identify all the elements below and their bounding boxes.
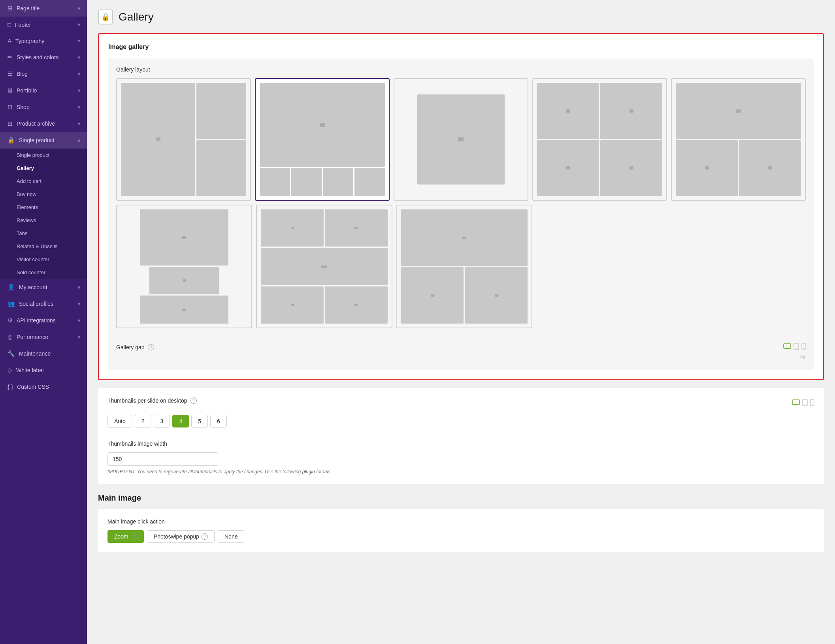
svg-rect-12 bbox=[182, 236, 186, 239]
sidebar-label-portfolio: Portfolio bbox=[17, 87, 37, 94]
sidebar-sub-sold-counter[interactable]: Sold counter bbox=[0, 266, 87, 279]
sidebar-item-custom-css[interactable]: { } Custom CSS bbox=[0, 378, 87, 395]
svg-point-36 bbox=[812, 405, 813, 405]
sidebar-item-footer[interactable]: □ Footer ∨ bbox=[0, 17, 87, 33]
maintenance-icon: 🔧 bbox=[8, 350, 15, 357]
tablet-icon-2[interactable] bbox=[802, 399, 808, 408]
sidebar-item-my-account[interactable]: 👤 My account ∨ bbox=[0, 279, 87, 296]
mobile-icon-2[interactable] bbox=[810, 399, 814, 408]
mobile-icon[interactable] bbox=[801, 343, 806, 352]
px-label: PX bbox=[799, 355, 806, 360]
sidebar-label-footer: Footer bbox=[15, 22, 31, 28]
svg-rect-30 bbox=[792, 400, 799, 405]
product-archive-icon: ⊟ bbox=[8, 120, 13, 127]
thumb-info-text: IMPORTANT: You need to regenerate all th… bbox=[107, 469, 814, 475]
thumbnails-help-icon[interactable]: ? bbox=[190, 397, 197, 404]
sidebar-sub-related-upsells[interactable]: Related & Upsells bbox=[0, 240, 87, 253]
desktop-icon-2[interactable] bbox=[792, 399, 800, 407]
chevron-down-icon: ∨ bbox=[77, 55, 81, 60]
sidebar-item-single-product[interactable]: 🔒 Single product ∧ bbox=[0, 132, 87, 149]
sidebar-sub-visitor-counter[interactable]: Visitor counter bbox=[0, 253, 87, 266]
gallery-layout-option-6[interactable] bbox=[116, 205, 252, 328]
sidebar-item-maintenance[interactable]: 🔧 Maintenance bbox=[0, 345, 87, 362]
svg-rect-18 bbox=[291, 304, 294, 306]
thumb-width-input[interactable] bbox=[107, 452, 218, 466]
svg-rect-11 bbox=[768, 166, 772, 169]
page-header: 🔒 Gallery bbox=[98, 9, 824, 24]
chevron-down-icon: ∨ bbox=[77, 38, 81, 43]
svg-rect-5 bbox=[566, 109, 570, 113]
sidebar-item-portfolio[interactable]: ⊠ Portfolio ∨ bbox=[0, 82, 87, 99]
gallery-layout-option-2[interactable] bbox=[255, 78, 390, 201]
gallery-layout-option-5[interactable] bbox=[671, 78, 806, 201]
sidebar-item-shop[interactable]: ⊡ Shop ∨ bbox=[0, 99, 87, 115]
svg-rect-2 bbox=[158, 140, 160, 141]
thumb-option-3[interactable]: 3 bbox=[154, 415, 170, 427]
sidebar: ⊞ Page title ∨ □ Footer ∨ A Typography ∨… bbox=[0, 0, 87, 644]
svg-rect-3 bbox=[320, 123, 325, 127]
sidebar-item-white-label[interactable]: ◇ White label bbox=[0, 362, 87, 378]
sidebar-sub-buy-now[interactable]: Buy now bbox=[0, 188, 87, 201]
sidebar-item-styles-colors[interactable]: ✏ Styles and colors ∨ bbox=[0, 49, 87, 66]
gallery-gap-help-icon[interactable]: ? bbox=[148, 344, 154, 350]
sidebar-label-page-title: Page title bbox=[17, 5, 40, 11]
sidebar-sub-gallery[interactable]: Gallery bbox=[0, 162, 87, 175]
svg-rect-20 bbox=[462, 237, 466, 239]
thumb-option-6[interactable]: 6 bbox=[210, 415, 227, 427]
svg-rect-19 bbox=[354, 304, 358, 306]
image-gallery-section: Image gallery Gallery layout bbox=[98, 33, 824, 380]
thumb-option-4[interactable]: 4 bbox=[172, 415, 189, 427]
sidebar-item-typography[interactable]: A Typography ∨ bbox=[0, 33, 87, 49]
gallery-layout-options-row2 bbox=[116, 205, 532, 328]
photoswipe-help-icon[interactable]: ? bbox=[202, 533, 208, 540]
thumbnails-device-icons bbox=[792, 399, 814, 408]
sidebar-item-performance[interactable]: ◎ Performance ∨ bbox=[0, 329, 87, 345]
thumb-option-5[interactable]: 5 bbox=[191, 415, 208, 427]
sidebar-item-blog[interactable]: ☰ Blog ∨ bbox=[0, 66, 87, 82]
api-icon: ⚙ bbox=[8, 317, 13, 324]
gallery-layout-option-7[interactable] bbox=[256, 205, 392, 328]
thumbnails-section: Thumbnails per slide on desktop ? Auto 2… bbox=[98, 388, 824, 484]
plugin-link[interactable]: plugin bbox=[302, 469, 315, 475]
svg-rect-10 bbox=[705, 166, 709, 169]
thumb-option-auto[interactable]: Auto bbox=[107, 415, 132, 427]
chevron-down-icon: ∨ bbox=[77, 105, 81, 110]
page-title-icon: ⊞ bbox=[8, 5, 13, 12]
click-action-options: Zoom ? Photoswipe popup ? None bbox=[107, 530, 814, 543]
svg-point-29 bbox=[803, 348, 804, 349]
sidebar-item-social-profiles[interactable]: 👥 Social profiles ∨ bbox=[0, 296, 87, 312]
chevron-down-icon: ∨ bbox=[77, 22, 81, 27]
svg-rect-7 bbox=[566, 166, 570, 169]
thumb-option-2[interactable]: 2 bbox=[135, 415, 151, 427]
gallery-layout-option-3[interactable] bbox=[394, 78, 528, 201]
sidebar-sub-add-to-cart[interactable]: Add to cart bbox=[0, 175, 87, 188]
sidebar-label-blog: Blog bbox=[17, 71, 28, 77]
action-none[interactable]: None bbox=[218, 530, 244, 543]
gallery-layout-label: Gallery layout bbox=[116, 66, 806, 73]
tablet-icon[interactable] bbox=[794, 343, 799, 352]
action-zoom[interactable]: Zoom ? bbox=[107, 530, 144, 543]
chevron-down-icon: ∨ bbox=[77, 301, 81, 307]
desktop-icon[interactable] bbox=[783, 343, 791, 351]
svg-rect-8 bbox=[630, 166, 633, 169]
action-photoswipe[interactable]: Photoswipe popup ? bbox=[147, 530, 215, 543]
svg-rect-22 bbox=[495, 294, 498, 297]
svg-rect-23 bbox=[784, 344, 791, 348]
sidebar-sub-single-product[interactable]: Single product bbox=[0, 149, 87, 162]
sidebar-label-custom-css: Custom CSS bbox=[17, 384, 49, 390]
gallery-layout-options-row1 bbox=[116, 78, 806, 201]
portfolio-icon: ⊠ bbox=[8, 87, 13, 94]
sidebar-item-page-title[interactable]: ⊞ Page title ∨ bbox=[0, 0, 87, 17]
gallery-layout-option-1[interactable] bbox=[116, 78, 251, 201]
sidebar-item-product-archive[interactable]: ⊟ Product archive ∨ bbox=[0, 115, 87, 132]
chevron-up-icon: ∧ bbox=[77, 138, 81, 143]
sidebar-item-api-integrations[interactable]: ⚙ API integrations ∨ bbox=[0, 312, 87, 329]
gallery-layout-option-8[interactable] bbox=[396, 205, 532, 328]
chevron-down-icon: ∨ bbox=[77, 6, 81, 11]
gallery-layout-option-4[interactable] bbox=[532, 78, 667, 201]
svg-rect-13 bbox=[183, 279, 186, 282]
sidebar-sub-elements[interactable]: Elements bbox=[0, 201, 87, 214]
zoom-help-icon[interactable]: ? bbox=[131, 533, 137, 540]
sidebar-sub-tabs[interactable]: Tabs bbox=[0, 227, 87, 240]
sidebar-sub-reviews[interactable]: Reviews bbox=[0, 214, 87, 227]
